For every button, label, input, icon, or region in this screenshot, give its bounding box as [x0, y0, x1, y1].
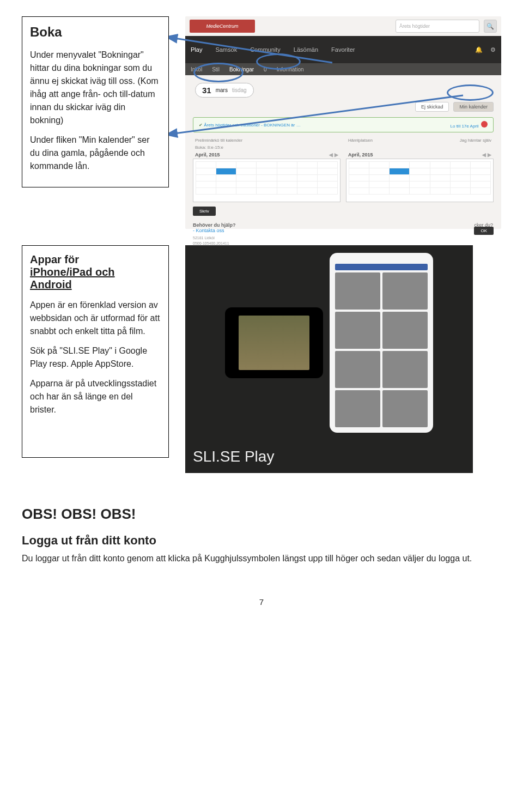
main-nav: Play Samsök Community Läsömän Favoriter …	[185, 36, 501, 63]
highlight-circle-kalender	[447, 84, 494, 101]
box-boka-p1: Under menyvalet "Bokningar" hittar du di…	[30, 49, 161, 127]
box-boka-p1a: Under menyvalet "Bokningar"	[30, 50, 144, 59]
box-boka-title: Boka	[30, 25, 161, 40]
help-left: Behöver du hjälp? - Kontakta oss	[193, 222, 236, 233]
row-boka: Boka Under menyvalet "Bokningar" hittar …	[22, 16, 501, 229]
android-cell	[335, 272, 380, 310]
pill-ej-skickad[interactable]: Ej skickad	[415, 102, 449, 112]
logout-body: Du loggar ut från ditt konto genom att k…	[22, 552, 501, 565]
android-cell	[335, 312, 380, 349]
iphone-screen	[239, 316, 309, 370]
highlight-circle-bokningar	[256, 53, 301, 70]
cal-head-1: Preliminärkö till kalender	[193, 137, 340, 144]
nav-samsok[interactable]: Samsök	[215, 46, 237, 53]
cal-month-2-text: April, 2015	[348, 152, 373, 157]
date-day: tisdag	[232, 87, 247, 93]
photo-label: SLI.SE Play	[193, 448, 274, 465]
panel-pills: Ej skickad Min kalender	[193, 102, 494, 112]
cal-head-left: Preliminärkö till kalender	[195, 138, 242, 143]
cal-head-2: HämtplatsenJag hämtar själv	[346, 137, 494, 144]
row-appar: Appar för iPhone/iPad och Android Appen …	[22, 245, 501, 473]
nav-play[interactable]: Play	[191, 46, 202, 53]
booking-item-date: Lo till 17e April	[451, 124, 479, 129]
box-appar-p3: Apparna är på utvecklingsstadiet och har…	[30, 377, 161, 416]
nav-right-icons: 🔔 ⚙	[475, 46, 496, 53]
search-input[interactable]: Årets högtider	[396, 20, 479, 33]
highlight-circle-date	[193, 63, 244, 82]
cal-month-1: April, 2015 ◀ ▶	[193, 151, 340, 159]
help-link[interactable]: - Kontakta oss	[193, 228, 224, 233]
cal-code-2	[346, 144, 494, 151]
box-appar: Appar för iPhone/iPad och Android Appen …	[22, 245, 169, 458]
android-cell	[382, 272, 428, 310]
pill-min-kalender[interactable]: Min kalender	[453, 102, 494, 112]
calendar-row: Preliminärkö till kalender Boka: 8:e-15:…	[193, 137, 494, 202]
skriv-button[interactable]: Skriv	[193, 207, 216, 216]
addr1: 52181 Lidköl	[193, 236, 215, 240]
help-right: cker du? OK	[474, 222, 494, 233]
cal-nav-icons-2[interactable]: ◀ ▶	[482, 152, 491, 157]
logo: MedieCentrum	[190, 20, 255, 33]
cal-month-1-text: April, 2015	[195, 152, 220, 157]
box-appar-p1: Appen är en förenklad version av webbsid…	[30, 299, 161, 338]
android-mock	[330, 253, 433, 433]
box-boka-p2: Under fliken "Min kalender" ser du dina …	[30, 134, 161, 173]
cal-code: Boka: 8:e-15:e	[193, 144, 340, 151]
remove-icon[interactable]	[481, 121, 488, 128]
appar-t1: Appar för	[30, 253, 79, 265]
help-title: Behöver du hjälp?	[193, 222, 236, 228]
android-grid	[335, 272, 428, 427]
cal-grid-2[interactable]	[346, 159, 494, 202]
date-num: 31	[202, 86, 211, 95]
gear-icon[interactable]: ⚙	[490, 46, 496, 53]
booking-item-left: ✔ Årets högtider och traditioner - BOKNI…	[199, 123, 301, 128]
booking-item-right: Lo till 17e April	[451, 121, 488, 129]
nav-favoriter[interactable]: Favoriter	[331, 46, 355, 53]
box-boka-p2a: Under fliken "Min kalender" ser	[30, 135, 149, 144]
cal-col-1: Preliminärkö till kalender Boka: 8:e-15:…	[193, 137, 340, 202]
android-cell	[335, 351, 380, 388]
nav-community[interactable]: Community	[250, 46, 281, 53]
android-cell	[335, 390, 380, 427]
box-appar-title: Appar för iPhone/iPad och Android	[30, 253, 161, 291]
appar-t3: Android	[30, 278, 72, 290]
cal-head-right: Jag hämtar själv	[460, 138, 491, 143]
logout-title: Logga ut från ditt konto	[22, 534, 501, 548]
android-cell	[382, 312, 428, 349]
booking-item: ✔ Årets högtider och traditioner - BOKNI…	[193, 117, 494, 132]
box-appar-p2: Sök på "SLI.SE Play" i Google Play resp.…	[30, 344, 161, 371]
box-boka-p2b: du dina gamla, pågående och kommande lån…	[30, 148, 145, 171]
cal-grid-1[interactable]	[193, 159, 340, 202]
obs-heading: OBS! OBS! OBS!	[22, 506, 501, 523]
cal-month-2: April, 2015 ◀ ▶	[346, 151, 494, 159]
iphone-mock	[225, 307, 323, 378]
android-cell	[382, 390, 428, 427]
nav-lasoman[interactable]: Läsömän	[294, 46, 318, 53]
cal-head-mid: Hämtplatsen	[348, 138, 373, 143]
android-topbar	[335, 264, 428, 270]
android-cell	[382, 351, 428, 388]
cal-col-2: HämtplatsenJag hämtar själv April, 2015 …	[346, 137, 494, 202]
page-number: 7	[22, 597, 501, 607]
box-boka-p1b: hittar du dina bokningar som du ännu ej …	[30, 63, 159, 125]
addr2: 0500-105400,201411	[193, 241, 229, 245]
date-badge: 31 mars tisdag	[195, 83, 254, 98]
search-button[interactable]: 🔍	[484, 20, 497, 33]
sc1-header: MedieCentrum Årets högtider 🔍	[185, 16, 501, 36]
ok-button[interactable]: OK	[474, 227, 494, 235]
cal-nav-icons[interactable]: ◀ ▶	[329, 152, 338, 157]
booking-item-title[interactable]: Årets högtider och traditioner - BOKNING…	[204, 123, 300, 128]
date-month: mars	[216, 87, 228, 93]
help-row: Behöver du hjälp? - Kontakta oss cker du…	[193, 222, 494, 233]
photo-sli-play: SLI.SE Play	[185, 245, 473, 473]
photo-devices	[196, 256, 462, 429]
screenshot-bokningar: MedieCentrum Årets högtider 🔍 Play Samsö…	[185, 16, 501, 229]
box-boka: Boka Under menyvalet "Bokningar" hittar …	[22, 16, 169, 187]
bell-icon[interactable]: 🔔	[475, 46, 483, 53]
appar-t2: iPhone/iPad och	[30, 266, 115, 278]
